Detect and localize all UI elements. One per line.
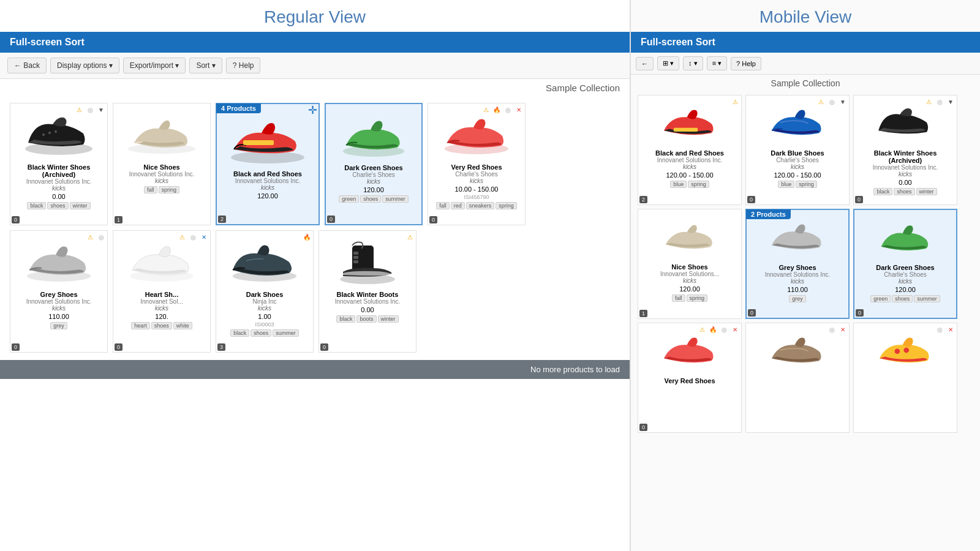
svg-point-3 (55, 130, 57, 133)
product-price: 120.00 (641, 285, 739, 293)
back-button[interactable]: ← Back (7, 58, 47, 73)
tags-container: black shoes winter (856, 188, 954, 195)
mobile-product-card-grouped[interactable]: 2 Products 0 Grey Shoes Innovanet Soluti… (745, 209, 850, 319)
svg-rect-17 (674, 128, 698, 132)
warning-icon: ⚠ (74, 105, 84, 114)
product-price: 110.00 (13, 313, 105, 320)
product-vendor: Innovanet Solutions Inc. (13, 178, 105, 185)
mobile-collection-label: Sample Collection (631, 75, 980, 91)
eye-off-icon: ◎ (827, 97, 837, 107)
position-badge: 1 (639, 310, 647, 317)
mobile-product-card[interactable]: ◎ ✕ (745, 323, 850, 433)
mobile-product-card[interactable]: ⚠ 🔥 ◎ ✕ 0 Very Red Shoes (638, 323, 742, 433)
mobile-product-card[interactable]: ⚠ ◎ ▼ 0 Black Winter Shoes (Archived) In… (853, 95, 957, 205)
export-import-button[interactable]: Export/import ▾ (123, 58, 186, 73)
mobile-filter-button[interactable]: ≡ ▾ (707, 56, 727, 70)
fire-icon: 🔥 (708, 324, 718, 334)
product-vendor: Innovanet Solutions Inc. (322, 298, 413, 305)
product-image (857, 212, 954, 261)
product-vendor: Innovanet Solutions Inc. (749, 271, 846, 278)
product-vendor: Innovanet Solutions... (641, 271, 739, 277)
product-card[interactable]: ⚠ ◎ 0 Grey Shoes Innovanet Solutions Inc… (10, 230, 108, 353)
product-vendor: Innovanet Solutions Inc. (13, 298, 105, 305)
mobile-back-button[interactable]: ← (636, 57, 654, 70)
mobile-product-card[interactable]: ◎ ✕ (853, 323, 957, 433)
mobile-sort-button[interactable]: ↕ ▾ (683, 56, 703, 70)
card-icons: ⚠ ◎ (85, 232, 106, 242)
product-card[interactable]: ⚠ 0 Black Winter Boots (318, 230, 417, 353)
tag: spring (688, 181, 709, 188)
warning-icon: ⚠ (85, 232, 95, 242)
eye-off-icon: ◎ (935, 97, 944, 107)
position-badge: 0 (115, 343, 123, 351)
product-price: 120.00 (857, 286, 954, 293)
position-badge: 2 (218, 216, 226, 223)
mobile-product-card-grouped[interactable]: 0 Dark Green Shoes Charlie's Shoes kicks… (853, 209, 957, 319)
tag: fall (672, 294, 685, 302)
product-image (116, 106, 208, 161)
product-vendor: Charlie's Shoes (857, 271, 954, 278)
card-icons: ⚠ ◎ ▼ (816, 97, 848, 107)
eye-off-icon: ◎ (503, 105, 513, 114)
position-badge: 0 (320, 343, 328, 351)
tag: shoes (360, 195, 381, 203)
tag: fall (436, 202, 450, 209)
sort-button[interactable]: Sort ▾ (189, 58, 222, 73)
blue-x-icon: ✕ (199, 232, 209, 242)
product-card[interactable]: ⚠ 🔥 ◎ ✕ 0 Very Red Shoes Charli (428, 103, 526, 225)
product-card[interactable]: 🔥 3 Dark Shoes Ninja Inc kicks 1 (216, 230, 314, 353)
card-icons: ⚠ ◎ ✕ (177, 232, 209, 242)
product-name: Very Red Shoes (641, 377, 739, 384)
tag: shoes (251, 329, 271, 337)
product-type: kicks (13, 305, 105, 312)
mobile-product-card[interactable]: ⚠ ◎ ▼ 0 Dark Blue Shoes Charlie's Shoes (745, 95, 850, 205)
help-button[interactable]: ? Help (226, 58, 261, 73)
card-icons: 🔥 (302, 232, 312, 242)
warning-icon: ⚠ (481, 105, 491, 114)
eye-off-icon: ◎ (85, 105, 95, 114)
product-name: Dark Green Shoes (328, 164, 419, 171)
regular-toolbar: ← Back Display options ▾ Export/import ▾… (0, 53, 630, 79)
product-image (328, 107, 419, 162)
card-icons: ⚠ 🔥 ◎ ✕ (697, 324, 740, 334)
product-card-grouped[interactable]: 4 Products ✛ 2 Black and Red Shoes (216, 103, 320, 225)
product-name: Dark Shoes (219, 291, 311, 298)
mobile-grid-button[interactable]: ⊞ ▾ (657, 56, 679, 70)
regular-view-title: Regular View (0, 0, 630, 32)
product-card[interactable]: ⚠ ◎ ✕ 0 Heart Sh... Innovanet Sol... kic… (113, 230, 211, 353)
product-name: Grey Shoes (13, 291, 105, 298)
tag: winter (916, 188, 937, 195)
display-options-button[interactable]: Display options ▾ (50, 58, 119, 73)
product-type: kicks (749, 278, 846, 285)
mobile-product-card[interactable]: 1 Nice Shoes Innovanet Solutions... kick… (638, 209, 742, 319)
product-name: Nice Shoes (116, 163, 208, 171)
tag: spring (796, 181, 817, 188)
product-sku: ISI0003 (219, 321, 311, 328)
mobile-help-button[interactable]: ? Help (731, 57, 761, 70)
tags-container: grey (13, 322, 105, 329)
fire-icon: 🔥 (492, 105, 502, 114)
tag: shoes (892, 295, 913, 302)
eye-off-icon: ◎ (827, 324, 837, 334)
tag: summer (273, 329, 299, 337)
product-card[interactable]: ⚠ ◎ ▼ 0 Black Winter Sho (10, 103, 108, 225)
regular-view-header: Full-screen Sort (0, 32, 630, 53)
position-badge: 0 (855, 196, 863, 203)
position-badge: 0 (327, 216, 335, 223)
svg-point-2 (48, 132, 51, 134)
tag: heart (131, 322, 150, 329)
tags-container: heart shoes white (116, 322, 208, 329)
tag: shoes (151, 322, 172, 329)
group-badge: 4 Products (216, 103, 261, 113)
product-type: kicks (13, 185, 105, 192)
product-card-grouped[interactable]: 0 Dark Green Shoes Charlie's Shoes kicks… (325, 103, 423, 225)
product-type: kicks (116, 305, 208, 312)
tag: winter (70, 202, 91, 209)
svg-rect-14 (353, 252, 358, 255)
mobile-product-card[interactable]: ⚠ 2 Black and Red Shoes Innovanet Soluti… (638, 95, 742, 205)
product-card[interactable]: 1 Nice Shoes Innovanet Solutions Inc. ki… (113, 103, 211, 225)
product-vendor: Charlie's Shoes (431, 171, 522, 178)
eye-off-icon: ◎ (935, 324, 944, 334)
svg-point-18 (895, 348, 900, 354)
product-vendor: Innovanet Solutions Inc. (116, 171, 208, 178)
